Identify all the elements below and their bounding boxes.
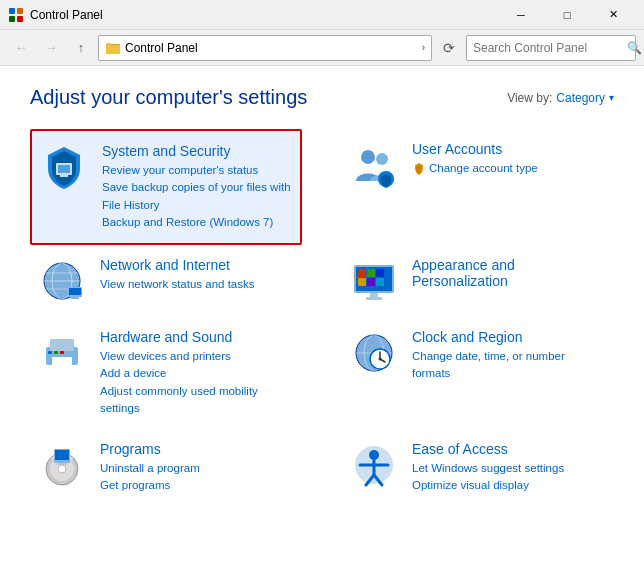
back-button[interactable]: ← bbox=[8, 35, 34, 61]
minimize-button[interactable]: ─ bbox=[498, 0, 544, 30]
svg-rect-2 bbox=[9, 16, 15, 22]
network-status-link[interactable]: View network status and tasks bbox=[100, 276, 294, 293]
system-security-icon bbox=[40, 143, 88, 191]
programs-content: Programs Uninstall a program Get program… bbox=[100, 441, 294, 495]
user-accounts-title[interactable]: User Accounts bbox=[412, 141, 606, 157]
refresh-button[interactable]: ⟳ bbox=[436, 35, 462, 61]
svg-point-12 bbox=[376, 153, 388, 165]
svg-rect-22 bbox=[71, 297, 79, 299]
svg-rect-0 bbox=[9, 8, 15, 14]
title-bar-controls: ─ □ ✕ bbox=[498, 0, 636, 30]
svg-rect-35 bbox=[52, 357, 72, 369]
svg-rect-36 bbox=[48, 351, 52, 354]
svg-rect-10 bbox=[60, 175, 68, 177]
category-programs[interactable]: Programs Uninstall a program Get program… bbox=[30, 429, 302, 507]
programs-icon bbox=[38, 441, 86, 489]
svg-point-46 bbox=[379, 358, 382, 361]
category-hardware[interactable]: Hardware and Sound View devices and prin… bbox=[30, 317, 302, 429]
svg-rect-37 bbox=[54, 351, 58, 354]
search-input[interactable] bbox=[473, 41, 623, 55]
hardware-icon bbox=[38, 329, 86, 377]
content-area: Adjust your computer's settings View by:… bbox=[0, 66, 644, 575]
ease-icon bbox=[350, 441, 398, 489]
page-title: Adjust your computer's settings bbox=[30, 86, 307, 109]
change-account-type-link[interactable]: Change account type bbox=[429, 160, 538, 177]
network-icon bbox=[38, 257, 86, 305]
backup-restore-link[interactable]: Backup and Restore (Windows 7) bbox=[102, 214, 292, 231]
user-accounts-content: User Accounts Change account type bbox=[412, 141, 606, 177]
category-appearance[interactable]: Appearance andPersonalization bbox=[342, 245, 614, 317]
svg-rect-1 bbox=[17, 8, 23, 14]
view-devices-link[interactable]: View devices and printers bbox=[100, 348, 294, 365]
svg-rect-27 bbox=[376, 269, 384, 277]
svg-point-50 bbox=[58, 465, 66, 473]
system-security-title[interactable]: System and Security bbox=[102, 143, 292, 159]
suggest-settings-link[interactable]: Let Windows suggest settings bbox=[412, 460, 606, 477]
appearance-title[interactable]: Appearance andPersonalization bbox=[412, 257, 606, 289]
svg-rect-28 bbox=[358, 278, 366, 286]
close-button[interactable]: ✕ bbox=[590, 0, 636, 30]
search-icon: 🔍 bbox=[627, 41, 642, 55]
svg-rect-26 bbox=[367, 269, 375, 277]
svg-rect-53 bbox=[57, 463, 67, 465]
svg-rect-34 bbox=[50, 339, 74, 351]
content-header: Adjust your computer's settings View by:… bbox=[30, 86, 614, 109]
up-button[interactable]: ↑ bbox=[68, 35, 94, 61]
svg-rect-29 bbox=[367, 278, 375, 286]
ease-title[interactable]: Ease of Access bbox=[412, 441, 606, 457]
svg-rect-21 bbox=[69, 288, 81, 295]
nav-bar: ← → ↑ Control Panel › ⟳ 🔍 bbox=[0, 30, 644, 66]
file-history-link[interactable]: Save backup copies of your files with Fi… bbox=[102, 179, 292, 214]
address-bar[interactable]: Control Panel › bbox=[98, 35, 432, 61]
review-computer-link[interactable]: Review your computer's status bbox=[102, 162, 292, 179]
appearance-content: Appearance andPersonalization bbox=[412, 257, 606, 292]
restore-button[interactable]: □ bbox=[544, 0, 590, 30]
add-device-link[interactable]: Add a device bbox=[100, 365, 294, 382]
view-by-value[interactable]: Category bbox=[556, 91, 605, 105]
forward-button[interactable]: → bbox=[38, 35, 64, 61]
address-bar-icon bbox=[105, 40, 121, 56]
title-bar: Control Panel ─ □ ✕ bbox=[0, 0, 644, 30]
network-title[interactable]: Network and Internet bbox=[100, 257, 294, 273]
clock-title[interactable]: Clock and Region bbox=[412, 329, 606, 345]
get-programs-link[interactable]: Get programs bbox=[100, 477, 294, 494]
search-box[interactable]: 🔍 bbox=[466, 35, 636, 61]
address-text: Control Panel bbox=[125, 41, 418, 55]
svg-rect-9 bbox=[58, 165, 70, 173]
svg-rect-3 bbox=[17, 16, 23, 22]
svg-rect-52 bbox=[55, 450, 69, 460]
svg-rect-38 bbox=[60, 351, 64, 354]
network-content: Network and Internet View network status… bbox=[100, 257, 294, 293]
appearance-icon bbox=[350, 257, 398, 305]
svg-rect-25 bbox=[358, 269, 366, 277]
change-account-sub-icon bbox=[412, 162, 426, 176]
title-bar-title: Control Panel bbox=[30, 8, 103, 22]
address-chevron: › bbox=[422, 42, 425, 53]
svg-rect-7 bbox=[106, 45, 120, 54]
category-user-accounts[interactable]: User Accounts Change account type bbox=[342, 129, 614, 245]
category-ease[interactable]: Ease of Access Let Windows suggest setti… bbox=[342, 429, 614, 507]
clock-content: Clock and Region Change date, time, or n… bbox=[412, 329, 606, 383]
date-time-link[interactable]: Change date, time, or number formats bbox=[412, 348, 606, 383]
svg-rect-31 bbox=[370, 293, 378, 297]
hardware-title[interactable]: Hardware and Sound bbox=[100, 329, 294, 345]
categories-grid: System and Security Review your computer… bbox=[30, 129, 614, 507]
title-bar-left: Control Panel bbox=[8, 7, 103, 23]
clock-icon bbox=[350, 329, 398, 377]
category-network[interactable]: Network and Internet View network status… bbox=[30, 245, 302, 317]
uninstall-link[interactable]: Uninstall a program bbox=[100, 460, 294, 477]
user-accounts-icon bbox=[350, 141, 398, 189]
visual-display-link[interactable]: Optimize visual display bbox=[412, 477, 606, 494]
svg-rect-32 bbox=[366, 297, 382, 300]
view-by-arrow: ▾ bbox=[609, 92, 614, 103]
view-by-control: View by: Category ▾ bbox=[507, 91, 614, 105]
programs-title[interactable]: Programs bbox=[100, 441, 294, 457]
control-panel-titlebar-icon bbox=[8, 7, 24, 23]
category-clock[interactable]: Clock and Region Change date, time, or n… bbox=[342, 317, 614, 429]
view-by-label: View by: bbox=[507, 91, 552, 105]
ease-content: Ease of Access Let Windows suggest setti… bbox=[412, 441, 606, 495]
category-system-security[interactable]: System and Security Review your computer… bbox=[30, 129, 302, 245]
system-security-content: System and Security Review your computer… bbox=[102, 143, 292, 231]
svg-rect-30 bbox=[376, 278, 384, 286]
mobility-settings-link[interactable]: Adjust commonly used mobility settings bbox=[100, 383, 294, 418]
